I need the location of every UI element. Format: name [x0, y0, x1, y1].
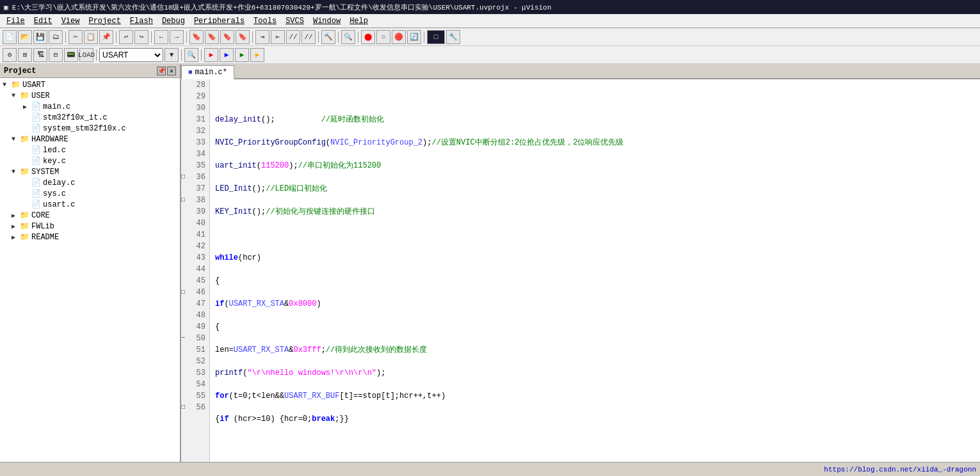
toolbar2-btn9[interactable]: ▶: [204, 48, 218, 62]
tree-label-user: USER: [31, 91, 50, 100]
tree-label-system-folder: SYSTEM: [31, 168, 59, 177]
file-icon-mainc: 📄: [31, 102, 41, 111]
linenum-29: 29: [181, 91, 209, 102]
tree-item-delayc[interactable]: 📄 delay.c: [0, 177, 180, 188]
menu-help[interactable]: Help: [346, 15, 372, 27]
code-content[interactable]: delay_init(); //延时函数初始化 NVIC_PriorityGro…: [210, 79, 980, 462]
menu-file[interactable]: File: [3, 15, 29, 27]
bookmark4-button[interactable]: 🔖: [236, 30, 250, 44]
comment-button[interactable]: //: [286, 30, 300, 44]
file-icon-system: 📄: [31, 123, 41, 133]
tree-item-usartc[interactable]: 📄 usart.c: [0, 199, 180, 210]
linenum-45: 45: [181, 275, 209, 287]
nav-back-button[interactable]: ←: [154, 30, 168, 44]
toolbar2-btn6[interactable]: LOAD: [79, 48, 93, 62]
toolbar2-btn3[interactable]: 🏗: [33, 48, 47, 62]
menu-peripherals[interactable]: Peripherals: [190, 15, 248, 27]
tree-item-system[interactable]: 📄 system_stm32f10x.c: [0, 123, 180, 134]
undo-button[interactable]: ↩: [119, 30, 133, 44]
unindent-button[interactable]: ⇤: [271, 30, 285, 44]
tree-item-hardware[interactable]: ▼ 📁 HARDWARE: [0, 134, 180, 145]
tree-item-ledc[interactable]: 📄 led.c: [0, 145, 180, 155]
sep8: [358, 31, 358, 43]
run-button[interactable]: ○: [376, 30, 390, 44]
tree-label-mainc: main.c: [43, 102, 70, 111]
menu-debug[interactable]: Debug: [158, 15, 189, 27]
config-button[interactable]: □: [427, 30, 445, 44]
open-file-button[interactable]: 📂: [18, 30, 32, 44]
paste-button[interactable]: 📌: [99, 30, 113, 44]
toolbar2-btn11[interactable]: ▶: [235, 48, 249, 62]
project-panel-pin[interactable]: 📌: [157, 67, 166, 75]
tree-item-keyc[interactable]: 📄 key.c: [0, 155, 180, 166]
toolbar2-btn12[interactable]: ▶: [250, 48, 264, 62]
tree-item-system-folder[interactable]: ▼ 📁 SYSTEM: [0, 166, 180, 177]
redo-button[interactable]: ↪: [134, 30, 149, 44]
bookmark2-button[interactable]: 🔖: [205, 30, 219, 44]
code-editor[interactable]: 28 29 30 31 32 33 34 35 □36 37 □38 39 40…: [181, 79, 980, 462]
indent-button[interactable]: ⇥: [255, 30, 269, 44]
sep9: [424, 31, 424, 43]
status-url: https://blog.csdn.net/xiida_-dragonn: [824, 466, 976, 473]
tree-item-user[interactable]: ▼ 📁 USER: [0, 90, 180, 101]
toolbar2-btn1[interactable]: ⚙: [3, 48, 17, 62]
toggle-readme: ▶: [12, 234, 18, 241]
target-dropdown[interactable]: USART: [99, 48, 163, 62]
toolbar2-btn5[interactable]: 📟: [64, 48, 78, 62]
spacer-delayc: [23, 179, 29, 186]
reset-button[interactable]: 🔄: [407, 30, 421, 44]
tree-item-stm32it[interactable]: 📄 stm32f10x_it.c: [0, 112, 180, 123]
linenum-34: 34: [181, 148, 209, 160]
bookmark3-button[interactable]: 🔖: [220, 30, 234, 44]
statusbar: https://blog.csdn.net/xiida_-dragonn: [0, 462, 980, 476]
new-file-button[interactable]: 📄: [3, 30, 17, 44]
linenum-35: 35: [181, 160, 209, 171]
toolbar2-btn4[interactable]: ⊟: [49, 48, 63, 62]
tree-item-mainc[interactable]: ▶ 📄 main.c: [0, 101, 180, 112]
code-line-41: for(t=0;t<len&&USART_RX_BUF[t]==stop[t];…: [215, 390, 975, 402]
tree-label-fwlib: FWLib: [31, 222, 54, 231]
menu-tools[interactable]: Tools: [250, 15, 280, 27]
tree-item-usart[interactable]: ▼ 📁 USART: [0, 79, 180, 90]
project-panel-close[interactable]: ✕: [167, 67, 176, 75]
menu-svcs[interactable]: SVCS: [282, 15, 308, 27]
cut-button[interactable]: ✂: [68, 30, 83, 44]
toolbar2-btn8[interactable]: 🔍: [184, 48, 198, 62]
menu-edit[interactable]: Edit: [30, 15, 56, 27]
menu-window[interactable]: Window: [309, 15, 344, 27]
copy-button[interactable]: 📋: [84, 30, 98, 44]
toolbar2-btn2[interactable]: ⊞: [18, 48, 32, 62]
tree-item-readme[interactable]: ▶ 📁 README: [0, 232, 180, 242]
linenum-48: 48: [181, 310, 209, 321]
toggle-user: ▼: [12, 92, 18, 99]
settings-button[interactable]: 🔧: [446, 30, 460, 44]
file-icon-delayc: 📄: [31, 178, 41, 187]
folder-icon-fwlib: 📁: [20, 221, 29, 231]
menu-flash[interactable]: Flash: [126, 15, 157, 27]
build-button[interactable]: 🔨: [321, 30, 335, 44]
debug-button[interactable]: 🔴: [392, 30, 406, 44]
uncomment-button[interactable]: //: [301, 30, 316, 44]
stop-button[interactable]: ⬤: [361, 30, 375, 44]
tree-item-sysc[interactable]: 📄 sys.c: [0, 188, 180, 199]
save-button[interactable]: 💾: [33, 30, 47, 44]
toolbar2-btn7[interactable]: ▼: [165, 48, 179, 62]
tree-label-system: system_stm32f10x.c: [43, 124, 126, 133]
save-all-button[interactable]: 🗂: [49, 30, 63, 44]
project-panel-header: Project 📌 ✕: [0, 64, 180, 78]
menu-project[interactable]: Project: [84, 15, 124, 27]
tree-label-delayc: delay.c: [43, 178, 75, 187]
find-button[interactable]: 🔍: [341, 30, 355, 44]
bookmark1-button[interactable]: 🔖: [189, 30, 204, 44]
tab-mainc[interactable]: ■ main.c*: [181, 65, 234, 79]
toolbar2-btn10[interactable]: ▶: [220, 48, 234, 62]
spacer-system: [23, 125, 29, 132]
tree-item-core[interactable]: ▶ 📁 CORE: [0, 210, 180, 221]
tree-item-fwlib[interactable]: ▶ 📁 FWLib: [0, 221, 180, 232]
sep3: [151, 31, 152, 43]
main-layout: Project 📌 ✕ ▼ 📁 USART ▼ 📁 USER ▶ 📄: [0, 64, 980, 462]
code-line-38: {: [215, 321, 975, 333]
code-line-44: [215, 459, 975, 462]
menu-view[interactable]: View: [58, 15, 84, 27]
nav-fwd-button[interactable]: →: [170, 30, 184, 44]
